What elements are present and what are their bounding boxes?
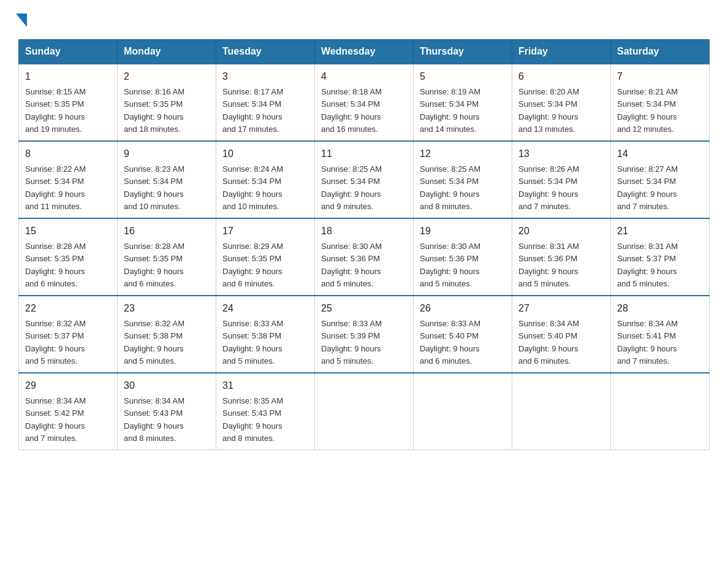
cell-info: Sunrise: 8:29 AMSunset: 5:35 PMDaylight:… [222, 242, 283, 288]
calendar-week-row: 8 Sunrise: 8:22 AMSunset: 5:34 PMDayligh… [19, 141, 710, 218]
day-number: 5 [420, 69, 506, 84]
day-header-thursday: Thursday [414, 40, 512, 64]
day-number: 31 [222, 378, 308, 393]
cell-info: Sunrise: 8:18 AMSunset: 5:34 PMDaylight:… [321, 87, 382, 134]
day-header-wednesday: Wednesday [315, 40, 414, 64]
day-number: 10 [222, 147, 308, 161]
calendar-cell: 11 Sunrise: 8:25 AMSunset: 5:34 PMDaylig… [315, 141, 414, 218]
cell-info: Sunrise: 8:33 AMSunset: 5:39 PMDaylight:… [321, 319, 382, 366]
cell-info: Sunrise: 8:27 AMSunset: 5:34 PMDaylight:… [617, 164, 678, 211]
day-number: 7 [617, 69, 703, 84]
calendar-week-row: 15 Sunrise: 8:28 AMSunset: 5:35 PMDaylig… [19, 218, 710, 296]
day-header-tuesday: Tuesday [216, 40, 315, 64]
day-number: 29 [25, 378, 111, 393]
calendar-cell: 2 Sunrise: 8:16 AMSunset: 5:35 PMDayligh… [118, 64, 216, 141]
day-number: 30 [124, 378, 210, 393]
calendar-cell: 15 Sunrise: 8:28 AMSunset: 5:35 PMDaylig… [19, 218, 118, 296]
cell-info: Sunrise: 8:34 AMSunset: 5:41 PMDaylight:… [617, 319, 678, 366]
calendar-cell: 30 Sunrise: 8:34 AMSunset: 5:43 PMDaylig… [118, 373, 216, 450]
calendar-cell: 18 Sunrise: 8:30 AMSunset: 5:36 PMDaylig… [315, 218, 414, 296]
cell-info: Sunrise: 8:21 AMSunset: 5:34 PMDaylight:… [617, 87, 678, 134]
calendar-cell: 26 Sunrise: 8:33 AMSunset: 5:40 PMDaylig… [414, 296, 512, 373]
day-number: 20 [518, 224, 604, 239]
day-number: 14 [617, 147, 703, 161]
calendar-cell [611, 373, 710, 450]
calendar-cell: 5 Sunrise: 8:19 AMSunset: 5:34 PMDayligh… [414, 64, 512, 141]
cell-info: Sunrise: 8:31 AMSunset: 5:37 PMDaylight:… [617, 242, 678, 288]
day-number: 18 [321, 224, 407, 239]
cell-info: Sunrise: 8:32 AMSunset: 5:38 PMDaylight:… [124, 319, 184, 366]
cell-info: Sunrise: 8:32 AMSunset: 5:37 PMDaylight:… [25, 319, 86, 366]
calendar-cell: 6 Sunrise: 8:20 AMSunset: 5:34 PMDayligh… [512, 64, 611, 141]
cell-info: Sunrise: 8:23 AMSunset: 5:34 PMDaylight:… [124, 164, 184, 211]
day-number: 13 [518, 147, 604, 161]
calendar-cell: 28 Sunrise: 8:34 AMSunset: 5:41 PMDaylig… [611, 296, 710, 373]
cell-info: Sunrise: 8:34 AMSunset: 5:42 PMDaylight:… [25, 396, 86, 443]
calendar-cell: 23 Sunrise: 8:32 AMSunset: 5:38 PMDaylig… [118, 296, 216, 373]
calendar-cell: 14 Sunrise: 8:27 AMSunset: 5:34 PMDaylig… [611, 141, 710, 218]
calendar-cell: 3 Sunrise: 8:17 AMSunset: 5:34 PMDayligh… [216, 64, 315, 141]
page-header [18, 12, 710, 27]
cell-info: Sunrise: 8:22 AMSunset: 5:34 PMDaylight:… [25, 164, 86, 211]
logo [18, 12, 27, 27]
calendar-cell: 31 Sunrise: 8:35 AMSunset: 5:43 PMDaylig… [216, 373, 315, 450]
day-number: 12 [420, 147, 506, 161]
day-number: 4 [321, 69, 407, 84]
calendar-cell: 19 Sunrise: 8:30 AMSunset: 5:36 PMDaylig… [414, 218, 512, 296]
day-number: 23 [124, 301, 210, 316]
day-number: 17 [222, 224, 308, 239]
calendar-header-row: SundayMondayTuesdayWednesdayThursdayFrid… [19, 40, 710, 64]
day-number: 15 [25, 224, 111, 239]
calendar-cell: 10 Sunrise: 8:24 AMSunset: 5:34 PMDaylig… [216, 141, 315, 218]
cell-info: Sunrise: 8:28 AMSunset: 5:35 PMDaylight:… [25, 242, 86, 288]
cell-info: Sunrise: 8:34 AMSunset: 5:43 PMDaylight:… [124, 396, 184, 443]
calendar-cell: 22 Sunrise: 8:32 AMSunset: 5:37 PMDaylig… [19, 296, 118, 373]
day-number: 26 [420, 301, 506, 316]
day-number: 22 [25, 301, 111, 316]
cell-info: Sunrise: 8:17 AMSunset: 5:34 PMDaylight:… [222, 87, 283, 134]
calendar-cell: 9 Sunrise: 8:23 AMSunset: 5:34 PMDayligh… [118, 141, 216, 218]
calendar-table: SundayMondayTuesdayWednesdayThursdayFrid… [18, 39, 710, 450]
day-number: 9 [124, 147, 210, 161]
calendar-cell: 25 Sunrise: 8:33 AMSunset: 5:39 PMDaylig… [315, 296, 414, 373]
day-number: 27 [518, 301, 604, 316]
cell-info: Sunrise: 8:34 AMSunset: 5:40 PMDaylight:… [518, 319, 579, 366]
cell-info: Sunrise: 8:25 AMSunset: 5:34 PMDaylight:… [321, 164, 382, 211]
calendar-cell: 29 Sunrise: 8:34 AMSunset: 5:42 PMDaylig… [19, 373, 118, 450]
logo-triangle-icon [16, 13, 27, 27]
cell-info: Sunrise: 8:25 AMSunset: 5:34 PMDaylight:… [420, 164, 480, 211]
cell-info: Sunrise: 8:26 AMSunset: 5:34 PMDaylight:… [518, 164, 579, 211]
cell-info: Sunrise: 8:19 AMSunset: 5:34 PMDaylight:… [420, 87, 480, 134]
calendar-cell: 1 Sunrise: 8:15 AMSunset: 5:35 PMDayligh… [19, 64, 118, 141]
day-header-sunday: Sunday [19, 40, 118, 64]
calendar-week-row: 29 Sunrise: 8:34 AMSunset: 5:42 PMDaylig… [19, 373, 710, 450]
cell-info: Sunrise: 8:20 AMSunset: 5:34 PMDaylight:… [518, 87, 579, 134]
cell-info: Sunrise: 8:24 AMSunset: 5:34 PMDaylight:… [222, 164, 283, 211]
cell-info: Sunrise: 8:33 AMSunset: 5:38 PMDaylight:… [222, 319, 283, 366]
cell-info: Sunrise: 8:15 AMSunset: 5:35 PMDaylight:… [25, 87, 86, 134]
cell-info: Sunrise: 8:31 AMSunset: 5:36 PMDaylight:… [518, 242, 579, 288]
day-number: 28 [617, 301, 703, 316]
day-number: 25 [321, 301, 407, 316]
calendar-cell: 27 Sunrise: 8:34 AMSunset: 5:40 PMDaylig… [512, 296, 611, 373]
calendar-week-row: 22 Sunrise: 8:32 AMSunset: 5:37 PMDaylig… [19, 296, 710, 373]
cell-info: Sunrise: 8:28 AMSunset: 5:35 PMDaylight:… [124, 242, 184, 288]
calendar-cell [315, 373, 414, 450]
calendar-cell [414, 373, 512, 450]
calendar-cell: 8 Sunrise: 8:22 AMSunset: 5:34 PMDayligh… [19, 141, 118, 218]
cell-info: Sunrise: 8:16 AMSunset: 5:35 PMDaylight:… [124, 87, 184, 134]
day-number: 24 [222, 301, 308, 316]
calendar-cell: 12 Sunrise: 8:25 AMSunset: 5:34 PMDaylig… [414, 141, 512, 218]
day-number: 1 [25, 69, 111, 84]
day-number: 6 [518, 69, 604, 84]
day-header-friday: Friday [512, 40, 611, 64]
calendar-cell: 24 Sunrise: 8:33 AMSunset: 5:38 PMDaylig… [216, 296, 315, 373]
calendar-cell: 21 Sunrise: 8:31 AMSunset: 5:37 PMDaylig… [611, 218, 710, 296]
calendar-cell [512, 373, 611, 450]
day-number: 2 [124, 69, 210, 84]
calendar-week-row: 1 Sunrise: 8:15 AMSunset: 5:35 PMDayligh… [19, 64, 710, 141]
day-number: 21 [617, 224, 703, 239]
day-number: 19 [420, 224, 506, 239]
calendar-cell: 17 Sunrise: 8:29 AMSunset: 5:35 PMDaylig… [216, 218, 315, 296]
day-number: 11 [321, 147, 407, 161]
